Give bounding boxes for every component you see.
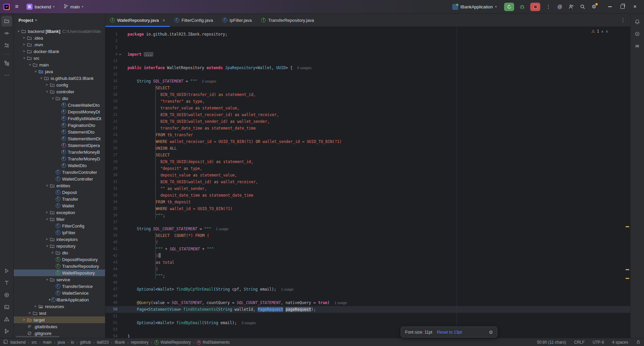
inspections-widget[interactable]: ⚠ 1 ∧ ∨ <box>591 29 608 34</box>
warning-stripe-mark[interactable] <box>626 278 629 279</box>
debug-button[interactable] <box>519 3 526 10</box>
tree-expand-icon[interactable]: > <box>44 277 50 282</box>
run-icon[interactable] <box>1 265 12 276</box>
code-line[interactable]: 23 transfer_date_time as statement_date_… <box>105 125 630 132</box>
more-tools-icon[interactable]: ⋯ <box>1 70 12 81</box>
tree-expand-icon[interactable]: > <box>44 183 50 188</box>
notifications-icon[interactable] <box>632 16 643 27</box>
tree-item-DepositRepository[interactable]: IDepositRepository <box>14 256 105 263</box>
code-line[interactable]: 31 BIN_TO_UUID(wallet_id) as wallet_rece… <box>105 179 630 185</box>
encoding[interactable]: UTF-8 <box>593 340 604 345</box>
code-line[interactable]: 2 <box>105 38 630 44</box>
pen-icon[interactable] <box>1 278 12 288</box>
tree-expand-icon[interactable]: > <box>27 310 32 316</box>
code-line[interactable]: 14public interface WalletRepository exte… <box>105 64 630 71</box>
tab-FilterConfig.java[interactable]: CFilterConfig.java <box>170 14 218 27</box>
code-line[interactable]: 43 as total <box>105 259 630 266</box>
code-line[interactable]: 54} <box>105 333 630 338</box>
main-menu-icon[interactable]: ≡ <box>13 3 20 10</box>
code-line[interactable]: 46 <box>105 279 630 286</box>
breadcrumb-item[interactable]: repository <box>131 340 149 345</box>
code-line[interactable]: 22 BIN_TO_UUID(wallet_sender_id) as wall… <box>105 118 630 125</box>
tree-item-TransferRepository[interactable]: ITransferRepository <box>14 263 105 269</box>
code-line[interactable]: 35 WHERE wallet_id = UUID_TO_BIN(?1) <box>105 205 630 212</box>
warning-stripe-mark[interactable] <box>626 269 629 270</box>
tree-item-dto[interactable]: >dto <box>14 249 105 256</box>
tree-item-CreateWalletDto[interactable]: RCreateWalletDto <box>14 102 105 108</box>
tree-item-service[interactable]: >service <box>14 276 105 283</box>
code-line[interactable]: 28 BIN_TO_UUID(deposit_id) as statement_… <box>105 158 630 165</box>
code-line[interactable]: 41 """ + SQL_STATEMENT + """ <box>105 246 630 252</box>
tree-expand-icon[interactable]: > <box>44 82 49 88</box>
code-line[interactable]: 3 <box>105 44 630 51</box>
code-line[interactable]: 24 FROM tb_transfer <box>105 132 630 138</box>
tree-item-TransferService[interactable]: CTransferService <box>14 283 105 290</box>
code-line[interactable]: 1package io.github.ital023.IBank.reposit… <box>105 31 630 38</box>
lock-icon[interactable] <box>636 340 641 345</box>
tree-item-exception[interactable]: >exception <box>14 209 105 216</box>
tree-expand-icon[interactable]: > <box>27 62 33 67</box>
tree-expand-icon[interactable]: > <box>44 236 49 243</box>
breadcrumb-item[interactable]: ital023 <box>97 340 108 345</box>
commit-icon[interactable] <box>1 28 12 39</box>
tab-TransferRepository.java[interactable]: ITransferRepository.java <box>256 14 319 27</box>
code-line[interactable]: 36 """; <box>105 212 630 219</box>
tree-item-Deposit[interactable]: CDeposit <box>14 189 105 196</box>
tree-item-docker-IBank[interactable]: >docker-IBank <box>14 48 105 55</box>
tree-item-Wallet[interactable]: CWallet <box>14 202 105 209</box>
usages-hint[interactable]: 2 usages <box>202 79 216 83</box>
tree-item-src[interactable]: >src <box>14 55 105 61</box>
tree-item-StatementOpera[interactable]: EStatementOpera <box>14 142 105 149</box>
code-line[interactable]: 13 <box>105 58 630 64</box>
breadcrumb-item[interactable]: io <box>71 340 74 345</box>
tree-item-main[interactable]: >main <box>14 61 105 68</box>
code-line[interactable]: 49 @Query(value = SQL_STATEMENT, countQu… <box>105 299 630 306</box>
code-line[interactable]: 29 "deposit" as type, <box>105 165 630 172</box>
usages-hint[interactable]: 1 usage <box>216 227 228 231</box>
code-line[interactable]: 34 FROM tb_deposit <box>105 199 630 205</box>
ai-assistant-icon[interactable] <box>632 29 643 39</box>
next-warning-icon[interactable]: ∨ <box>606 30 608 33</box>
search-everywhere-icon[interactable] <box>579 3 586 10</box>
tree-item-backend[interactable]: >backend [IBank]C:\Users\valde\Vide <box>14 28 105 35</box>
code-line[interactable]: 20 transfer_value as statement_value, <box>105 105 630 111</box>
tree-expand-icon[interactable]: > <box>21 35 27 41</box>
code-line[interactable]: 33 deposit_date_time as statement_date_t… <box>105 192 630 199</box>
code-line[interactable]: 15 <box>105 71 630 78</box>
close-tab-icon[interactable]: × <box>162 18 165 23</box>
code-line[interactable]: 25 WHERE wallet_receiver_id = UUID_TO_BI… <box>105 138 630 145</box>
code-line[interactable]: 4>import ... <box>105 51 630 58</box>
run-configuration-widget[interactable]: IBankApplication ▾ <box>450 3 499 11</box>
terminal-icon[interactable] <box>1 302 12 312</box>
usages-hint[interactable]: 6 usages <box>297 66 312 70</box>
tree-item-StatementItemDt[interactable]: RStatementItemDt <box>14 135 105 142</box>
tool-window-layout-icon[interactable] <box>3 340 8 345</box>
usages-hint[interactable]: 3 usages <box>241 321 256 325</box>
code-line[interactable]: 44 ) <box>105 266 630 273</box>
prev-warning-icon[interactable]: ∧ <box>601 30 603 33</box>
code-line[interactable]: 18 BIN_TO_UUID(transfer_id) as statement… <box>105 91 630 98</box>
tree-expand-icon[interactable]: > <box>44 209 49 216</box>
tree-item-controller[interactable]: >controller <box>14 88 105 95</box>
breadcrumb-item[interactable]: github <box>80 340 91 345</box>
tree-item-StatementDto[interactable]: RStatementDto <box>14 129 105 135</box>
tree-item-io.github.ital023.IBank[interactable]: >io.github.ital023.IBank <box>14 75 105 82</box>
tree-item-WalletService[interactable]: CWalletService <box>14 290 105 296</box>
tree-expand-icon[interactable]: > <box>21 316 27 323</box>
problems-icon[interactable] <box>1 314 12 325</box>
tree-expand-icon[interactable]: > <box>21 56 28 61</box>
editor[interactable]: 1package io.github.ital023.IBank.reposit… <box>105 27 630 338</box>
horizontal-scrollbar[interactable] <box>16 336 59 337</box>
code-line[interactable]: 21 BIN_TO_UUID(wallet_receiver_id) as wa… <box>105 111 630 118</box>
code-line[interactable]: 40 ( <box>105 239 630 246</box>
tree-item-resources[interactable]: >resources <box>14 303 105 310</box>
version-control-icon[interactable] <box>1 326 12 337</box>
tree-item-TransferMoneyB[interactable]: RTransferMoneyB <box>14 149 105 155</box>
breadcrumb-item[interactable]: main <box>43 340 52 345</box>
code-line[interactable]: 45 """; <box>105 273 630 279</box>
tree-expand-icon[interactable]: > <box>44 89 50 94</box>
tree-item-target[interactable]: >target <box>14 316 105 323</box>
warning-stripe-mark[interactable] <box>626 226 629 227</box>
tree-expand-icon[interactable]: > <box>33 303 38 310</box>
tree-expand-icon[interactable]: > <box>32 69 39 74</box>
